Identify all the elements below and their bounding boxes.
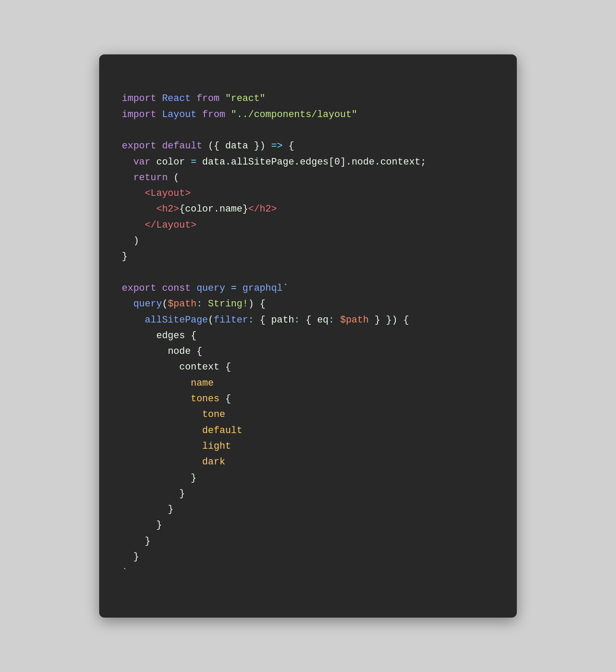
code-window: import React from "react" import Layout …	[99, 54, 517, 618]
code-content: import React from "react" import Layout …	[122, 75, 494, 597]
